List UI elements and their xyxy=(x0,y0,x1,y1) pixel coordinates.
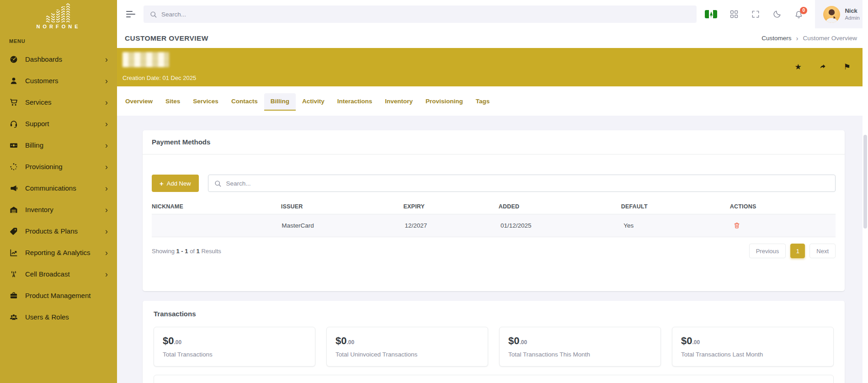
user-menu[interactable]: Nick Admin xyxy=(815,0,868,28)
tab-contacts[interactable]: Contacts xyxy=(225,93,264,111)
scrollbar-thumb[interactable] xyxy=(863,135,867,229)
sidebar-nav: Dashboards › Customers › Services › xyxy=(0,48,117,328)
loader-dots-icon xyxy=(9,162,18,171)
sidebar-item-products-plans[interactable]: Products & Plans › xyxy=(0,220,117,242)
sidebar-item-cell-broadcast[interactable]: Cell Broadcast › xyxy=(0,263,117,285)
stat-total-uninvoiced-transactions: $0.00 Total Uninvoiced Transactions xyxy=(326,327,488,367)
norfolk-flag-icon xyxy=(705,10,717,18)
scrollbar[interactable] xyxy=(863,0,868,383)
global-search-input[interactable] xyxy=(161,11,691,18)
user-role: Admin xyxy=(845,15,860,21)
sidebar-item-support[interactable]: Support › xyxy=(0,113,117,134)
customer-tabs: Overview Sites Services Contacts Billing… xyxy=(117,86,868,116)
hamburger-menu-icon[interactable] xyxy=(126,11,136,17)
next-page-button[interactable]: Next xyxy=(809,244,836,258)
fullscreen-icon xyxy=(751,10,760,19)
breadcrumb-parent-link[interactable]: Customers xyxy=(761,35,791,42)
cell-default: Yes xyxy=(623,222,733,229)
tab-tags[interactable]: Tags xyxy=(469,93,496,111)
transactions-table-placeholder xyxy=(154,375,834,383)
payment-methods-search[interactable] xyxy=(208,175,836,192)
payment-methods-search-input[interactable] xyxy=(226,180,830,187)
chevron-right-icon: › xyxy=(105,206,108,214)
stat-value: $0 xyxy=(163,335,174,346)
chevron-right-icon: › xyxy=(105,120,108,128)
sidebar-item-inventory[interactable]: Inventory › xyxy=(0,199,117,220)
chevron-right-icon: › xyxy=(105,227,108,235)
sidebar-item-communications[interactable]: Communications › xyxy=(0,177,117,199)
stat-label: Total Transactions This Month xyxy=(508,351,652,358)
trash-icon xyxy=(733,222,740,229)
flag-action-icon[interactable]: ⚑ xyxy=(844,63,851,71)
customer-banner: Creation Date: 01 Dec 2025 ★ ⚑ xyxy=(117,48,863,86)
stat-value: $0 xyxy=(335,335,346,346)
app-window: NORFONE MENU Dashboards › Customers › xyxy=(0,0,868,383)
sidebar: NORFONE MENU Dashboards › Customers › xyxy=(0,0,117,383)
cell-added: 01/12/2025 xyxy=(501,222,623,229)
table-row: MasterCard 12/2027 01/12/2025 Yes xyxy=(152,214,836,237)
stat-value: $0 xyxy=(681,335,692,346)
main-area: 0 Nick Admin CUSTOMER OVERVIEW Customers… xyxy=(117,0,868,383)
breadcrumb: Customers › Customer Overview xyxy=(761,34,857,42)
moon-icon xyxy=(772,10,782,19)
sidebar-item-provisioning[interactable]: Provisioning › xyxy=(0,156,117,177)
brand-name: NORFONE xyxy=(37,24,81,29)
share-icon[interactable] xyxy=(819,63,827,70)
sidebar-item-users-roles[interactable]: Users & Roles xyxy=(0,306,117,328)
warehouse-icon xyxy=(9,205,18,214)
tab-overview[interactable]: Overview xyxy=(119,93,159,111)
tab-content: Payment Methods + Add New xyxy=(117,116,868,383)
tab-services[interactable]: Services xyxy=(186,93,225,111)
banner-actions: ★ ⚑ xyxy=(795,52,857,81)
sidebar-item-dashboards[interactable]: Dashboards › xyxy=(0,48,117,70)
tab-billing[interactable]: Billing xyxy=(264,93,296,111)
sidebar-item-label: Cell Broadcast xyxy=(25,270,70,278)
tab-inventory[interactable]: Inventory xyxy=(378,93,419,111)
sidebar-item-customers[interactable]: Customers › xyxy=(0,70,117,91)
sidebar-item-label: Reporting & Analytics xyxy=(25,249,91,256)
current-page-button[interactable]: 1 xyxy=(790,244,805,258)
chevron-right-icon: › xyxy=(105,98,108,106)
tab-interactions[interactable]: Interactions xyxy=(331,93,379,111)
apps-grid-button[interactable] xyxy=(730,10,739,19)
add-new-button[interactable]: + Add New xyxy=(152,175,199,192)
payment-methods-card: Payment Methods + Add New xyxy=(143,130,845,291)
add-new-label: Add New xyxy=(167,180,191,187)
delete-payment-method-button[interactable] xyxy=(733,222,740,229)
sidebar-item-label: Services xyxy=(25,98,52,106)
banknote-icon xyxy=(9,141,18,150)
avatar xyxy=(823,6,840,23)
fullscreen-button[interactable] xyxy=(751,10,760,19)
tab-provisioning[interactable]: Provisioning xyxy=(419,93,469,111)
chevron-right-icon: › xyxy=(105,77,108,85)
search-icon xyxy=(214,180,222,187)
chevron-right-icon: › xyxy=(105,163,108,171)
payment-methods-title: Payment Methods xyxy=(152,138,210,146)
notifications-button[interactable]: 0 xyxy=(794,10,804,19)
stat-label: Total Transactions Last Month xyxy=(681,351,825,358)
dark-mode-button[interactable] xyxy=(772,10,782,19)
transactions-title: Transactions xyxy=(154,310,834,318)
norfone-logo-icon xyxy=(45,3,72,22)
tag-icon xyxy=(9,227,18,236)
sidebar-item-label: Billing xyxy=(25,141,43,149)
brand-logo[interactable]: NORFONE xyxy=(0,0,117,29)
previous-page-button[interactable]: Previous xyxy=(749,244,786,258)
cell-actions xyxy=(733,222,836,229)
language-flag-button[interactable] xyxy=(705,10,717,18)
payment-methods-header: Payment Methods xyxy=(143,130,845,154)
sidebar-item-services[interactable]: Services › xyxy=(0,91,117,113)
tab-activity[interactable]: Activity xyxy=(296,93,331,111)
sidebar-item-product-management[interactable]: Product Management xyxy=(0,285,117,306)
global-search[interactable] xyxy=(144,5,697,23)
column-header-issuer: ISSUER xyxy=(281,203,404,210)
sidebar-item-billing[interactable]: Billing › xyxy=(0,134,117,156)
breadcrumb-chevron-icon: › xyxy=(796,34,798,42)
menu-section-label: MENU xyxy=(0,29,117,48)
payment-methods-toolbar: + Add New xyxy=(152,175,836,192)
breadcrumb-current: Customer Overview xyxy=(803,35,857,42)
column-header-default: DEFAULT xyxy=(621,203,730,210)
favorite-star-icon[interactable]: ★ xyxy=(795,63,802,71)
tab-sites[interactable]: Sites xyxy=(159,93,186,111)
sidebar-item-reporting-analytics[interactable]: Reporting & Analytics › xyxy=(0,242,117,263)
